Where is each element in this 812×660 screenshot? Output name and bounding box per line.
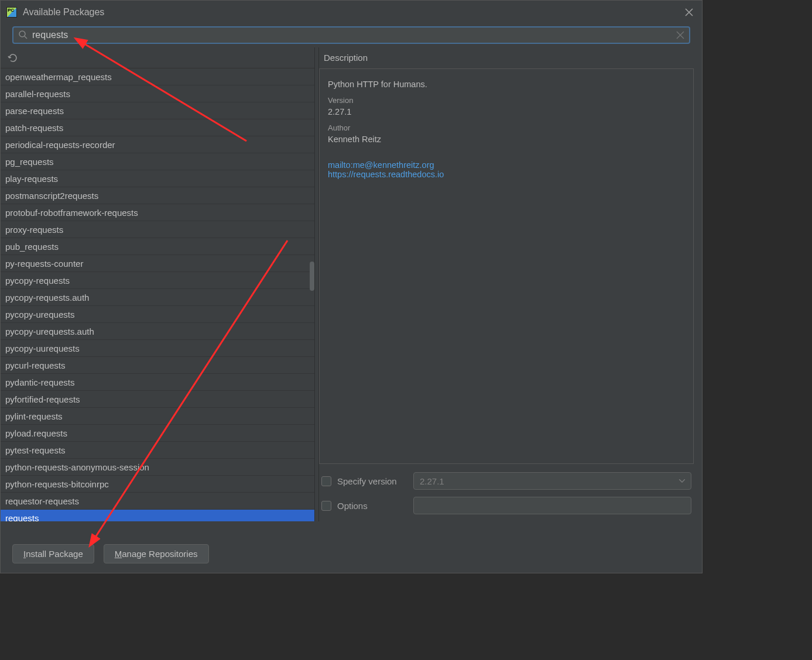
pycharm-icon xyxy=(6,7,17,18)
package-list-item[interactable]: python-requests-anonymous-session xyxy=(1,459,314,476)
titlebar: Available Packages xyxy=(1,1,702,24)
description-header: Description xyxy=(319,47,694,68)
search-icon xyxy=(18,30,29,40)
package-list-item[interactable]: pytest-requests xyxy=(1,442,314,459)
package-list-item[interactable]: pyload.requests xyxy=(1,425,314,442)
package-list-item[interactable]: parallel-requests xyxy=(1,85,314,102)
close-button[interactable] xyxy=(682,5,696,19)
package-list-item[interactable]: pydantic-requests xyxy=(1,374,314,391)
clear-search-icon[interactable] xyxy=(676,31,684,39)
panel-divider[interactable] xyxy=(314,47,319,521)
toolbar-row xyxy=(1,47,314,68)
package-list-item[interactable]: py-requests-counter xyxy=(1,255,314,272)
description-box: Python HTTP for Humans. Version 2.27.1 A… xyxy=(319,68,694,464)
package-list-item[interactable]: pycopy-requests xyxy=(1,272,314,289)
specify-version-value: 2.27.1 xyxy=(420,476,444,486)
package-list-item[interactable]: pg_requests xyxy=(1,153,314,170)
install-options: Specify version 2.27.1 Options xyxy=(319,464,694,521)
package-summary: Python HTTP for Humans. xyxy=(328,80,685,89)
package-list-item[interactable]: pycopy-urequests xyxy=(1,306,314,323)
window-title: Available Packages xyxy=(23,7,104,18)
specify-version-checkbox[interactable] xyxy=(321,476,331,486)
package-list-item[interactable]: pycopy-urequests.auth xyxy=(1,323,314,340)
package-list-item[interactable]: play-requests xyxy=(1,170,314,187)
close-icon xyxy=(685,8,693,16)
author-label: Author xyxy=(328,123,685,132)
search-row xyxy=(1,24,702,47)
package-list-item[interactable]: pycopy-uurequests xyxy=(1,340,314,357)
package-list-item[interactable]: protobuf-robotframework-requests xyxy=(1,204,314,221)
package-list-item[interactable]: pub_requests xyxy=(1,238,314,255)
homepage-link[interactable]: https://requests.readthedocs.io xyxy=(328,170,685,179)
package-list-item[interactable]: openweathermap_requests xyxy=(1,68,314,85)
package-list[interactable]: openweathermap_requestsparallel-requests… xyxy=(1,68,314,521)
options-checkbox[interactable] xyxy=(321,501,331,511)
body: openweathermap_requestsparallel-requests… xyxy=(1,47,702,521)
install-package-button[interactable]: Install Package xyxy=(12,544,94,563)
package-list-item[interactable]: periodical-requests-recorder xyxy=(1,136,314,153)
specify-version-label: Specify version xyxy=(337,476,413,486)
package-panel: openweathermap_requestsparallel-requests… xyxy=(1,47,314,521)
package-list-item[interactable]: pylint-requests xyxy=(1,408,314,425)
footer: Install Package Manage Repositories xyxy=(12,544,209,563)
version-label: Version xyxy=(328,96,685,105)
svg-point-0 xyxy=(19,31,25,37)
package-list-item[interactable]: parse-requests xyxy=(1,102,314,119)
package-list-item[interactable]: python-requests-bitcoinrpc xyxy=(1,476,314,493)
version-value: 2.27.1 xyxy=(328,107,685,116)
author-email-link[interactable]: mailto:me@kennethreitz.org xyxy=(328,160,685,170)
options-input[interactable] xyxy=(413,497,691,514)
package-list-item[interactable]: requestor-requests xyxy=(1,493,314,510)
scrollbar-thumb[interactable] xyxy=(310,262,314,291)
package-list-item[interactable]: requests xyxy=(1,510,314,521)
package-list-item[interactable]: pycurl-requests xyxy=(1,357,314,374)
package-list-item[interactable]: patch-requests xyxy=(1,119,314,136)
refresh-icon[interactable] xyxy=(8,53,18,63)
package-list-item[interactable]: pyfortified-requests xyxy=(1,391,314,408)
detail-panel: Description Python HTTP for Humans. Vers… xyxy=(319,47,702,521)
search-field-wrapper xyxy=(12,26,690,44)
options-label: Options xyxy=(337,501,413,511)
author-value: Kenneth Reitz xyxy=(328,135,685,144)
specify-version-combo[interactable]: 2.27.1 xyxy=(413,472,691,490)
available-packages-dialog: Available Packages openweathermap_reques… xyxy=(0,0,703,573)
search-input[interactable] xyxy=(32,30,676,40)
package-list-item[interactable]: pycopy-requests.auth xyxy=(1,289,314,306)
manage-repositories-button[interactable]: Manage Repositories xyxy=(104,544,209,563)
package-list-item[interactable]: postmanscript2requests xyxy=(1,187,314,204)
package-list-item[interactable]: proxy-requests xyxy=(1,221,314,238)
chevron-down-icon xyxy=(679,479,685,483)
